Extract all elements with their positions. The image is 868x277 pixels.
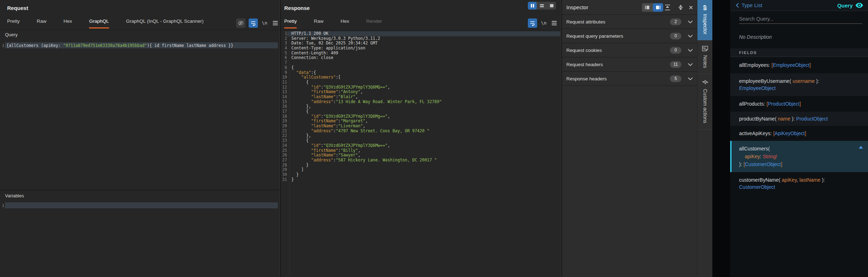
response-line: 24 "id":"Q3VzdG9tZXJPYmplY3Q6Mw==", [281, 143, 560, 148]
response-panel: Response PrettyRawHexRender \n 1HTTP/1.1… [281, 0, 561, 277]
variables-section-label: Variables [5, 193, 24, 198]
request-panel: Request PrettyRawHexGraphQLGraphQL (InQL… [0, 0, 280, 277]
chevron-down-icon[interactable] [688, 20, 693, 23]
inspector-logo-icon: d8 [702, 5, 708, 10]
section-label: Request query parameters [566, 33, 670, 39]
count-badge: 2 [670, 18, 681, 25]
request-tab-raw[interactable]: Raw [37, 18, 46, 28]
response-line: 3Date: Tue, 02 Dec 2025 20:34:42 GMT [281, 41, 560, 46]
field-row-customerByName[interactable]: customerByName( apiKey, lastName ):Custo… [730, 172, 868, 195]
collapse-field-icon[interactable] [859, 146, 863, 149]
word-wrap-icon[interactable] [249, 18, 258, 28]
response-line: 12 "id":"Q3VzdG9tZXJPYmplY3Q6MQ==", [281, 85, 560, 90]
response-line: 2Server: Werkzeug/3.0.3 Python/3.11.2 [281, 36, 560, 41]
field-row-allProducts[interactable]: allProducts: [ProductObject] [730, 96, 868, 112]
eye-icon[interactable] [856, 3, 863, 8]
search-input[interactable]: Search Query... [739, 16, 774, 22]
type-list-label: Type List [742, 2, 762, 8]
variables-line-number: 1 [0, 203, 4, 208]
response-line: 25 "firstName":"Billy", [281, 148, 560, 153]
response-tab-row: PrettyRawHexRender [284, 18, 382, 28]
response-line: 28 } [281, 163, 560, 168]
newline-toggle-icon[interactable]: \n [541, 20, 547, 26]
query-section-label: Query [5, 32, 17, 37]
response-line: 27 "address":"587 Hickory Lane. Washingt… [281, 158, 560, 163]
response-line: 9 "data":{ [281, 70, 560, 75]
response-line: 18 "id":"Q3VzdG9tZXJPYmplY3Q6Mg==", [281, 114, 560, 119]
side-tab-notes[interactable]: Notes [697, 41, 713, 74]
side-tab-inspector[interactable]: d8Inspector [697, 0, 713, 41]
response-tab-raw[interactable]: Raw [314, 18, 323, 28]
request-menu-icon[interactable] [272, 21, 278, 26]
request-tab-graphql-inql-graphql-scanner-[interactable]: GraphQL (InQL - GraphQL Scanner) [126, 18, 204, 28]
layout-rows-button[interactable] [537, 2, 546, 10]
response-menu-icon[interactable] [551, 21, 557, 26]
dock-left-icon[interactable] [642, 3, 652, 12]
section-label: Request headers [566, 62, 670, 67]
close-icon[interactable]: ✕ [688, 4, 693, 11]
request-tab-row: PrettyRawHexGraphQLGraphQL (InQL - Graph… [7, 18, 203, 28]
layout-button-group [528, 2, 556, 10]
request-tab-pretty[interactable]: Pretty [7, 18, 20, 28]
current-type: Query [837, 2, 863, 9]
collapse-all-icon[interactable] [677, 4, 684, 11]
request-tab-hex[interactable]: Hex [63, 18, 72, 28]
response-line: 11 { [281, 80, 560, 85]
type-list-back-link[interactable]: Type List [736, 2, 762, 8]
request-title: Request [7, 5, 28, 11]
response-line: 8{ [281, 65, 560, 70]
query-line-number: 1 [0, 43, 4, 48]
response-tab-pretty[interactable]: Pretty [284, 18, 297, 28]
response-line: 5Content-Length: 409 [281, 51, 560, 56]
expand-all-icon[interactable] [664, 4, 671, 11]
section-label: Response headers [566, 76, 670, 81]
chevron-down-icon[interactable] [688, 49, 693, 52]
inspector-section-request-attributes[interactable]: Request attributes2 [562, 15, 697, 29]
response-line: 4Content-Type: application/json [281, 46, 560, 51]
response-line: 30 } [281, 172, 560, 177]
newline-toggle-icon[interactable]: \n [262, 20, 267, 26]
fields-section-header: FIELDS [730, 48, 868, 57]
response-editor[interactable]: 1HTTP/1.1 200 OK2Server: Werkzeug/3.0.3 … [281, 31, 560, 277]
side-tab-label: Custom actions [702, 89, 708, 123]
chevron-down-icon[interactable] [688, 34, 693, 38]
response-tab-hex[interactable]: Hex [341, 18, 349, 28]
field-row-allEmployees[interactable]: allEmployees: [EmployeeObject] [730, 57, 868, 73]
field-row-employeeByUsername[interactable]: employeeByUsername( username ):EmployeeO… [730, 73, 868, 96]
type-description: No Description [739, 34, 772, 40]
field-row-allCustomers[interactable]: allCustomers(apiKey: String!): [Customer… [730, 141, 868, 172]
inspector-title: Inspector [566, 4, 588, 10]
inspector-section-request-headers[interactable]: Request headers11 [562, 58, 697, 72]
chevron-down-icon[interactable] [688, 63, 693, 66]
variables-divider [0, 190, 280, 190]
layout-columns-button[interactable] [528, 2, 537, 10]
response-line: 6Connection: close [281, 55, 560, 60]
response-line: 1HTTP/1.1 200 OK [281, 31, 560, 36]
response-line: 26 "lastName":"Sawyer", [281, 153, 560, 158]
response-line: 20 "lastName":"Liverman", [281, 124, 560, 129]
response-line: 23 { [281, 138, 560, 143]
request-tabs-divider [0, 30, 280, 30]
dock-right-icon[interactable] [653, 3, 663, 12]
inspector-section-request-cookies[interactable]: Request cookies0 [562, 43, 697, 58]
chevron-down-icon[interactable] [688, 77, 693, 80]
field-row-activeApiKeys[interactable]: activeApiKeys: [ApiKeyObject] [730, 126, 868, 141]
inql-panel: Type List Query Search Query... No Descr… [730, 0, 868, 277]
response-line: 10 "allCustomers":[ [281, 75, 560, 80]
hide-eye-icon[interactable] [236, 18, 245, 28]
query-text: {allCustomers (apiKey: "0711a879ed751e63… [6, 43, 233, 48]
side-tab-custom-actions[interactable]: Custom actions [697, 74, 713, 129]
layout-single-button[interactable] [547, 2, 556, 10]
inspector-section-request-query-parameters[interactable]: Request query parameters0 [562, 29, 697, 43]
notes-icon [702, 46, 708, 51]
back-chevron-icon [736, 3, 739, 8]
section-label: Request attributes [566, 19, 670, 25]
field-row-productByName[interactable]: productByName( name ): ProductObject [730, 112, 868, 126]
request-tab-graphql[interactable]: GraphQL [89, 18, 109, 28]
current-type-label: Query [837, 2, 853, 9]
word-wrap-icon[interactable] [528, 18, 537, 28]
side-tab-label: Inspector [702, 14, 708, 34]
inspector-section-response-headers[interactable]: Response headers5 [562, 72, 697, 86]
inql-header: Type List Query [730, 0, 868, 11]
response-tab-render[interactable]: Render [366, 18, 382, 28]
